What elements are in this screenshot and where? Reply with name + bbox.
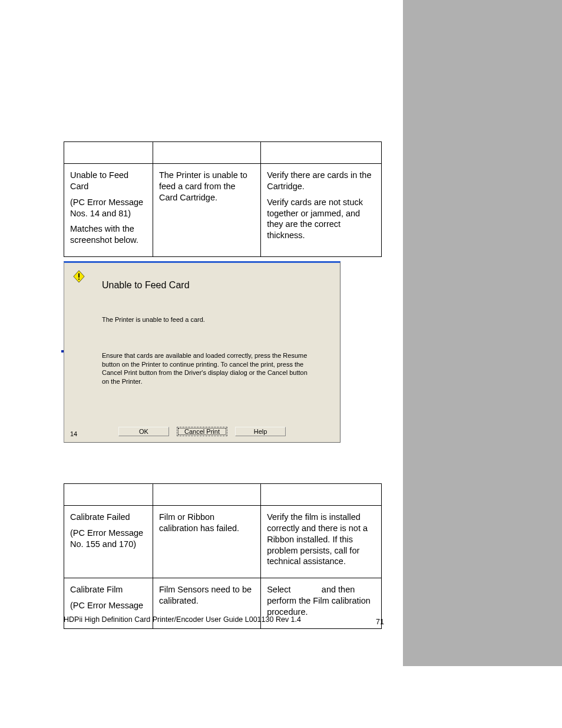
table-cell: Verify there are cards in the Cartridge.… <box>261 164 382 257</box>
table-1-container: Unable to Feed Card (PC Error Message No… <box>64 141 382 257</box>
cell-text: Calibrate Failed <box>70 512 147 523</box>
dialog-button-row: OK Cancel Print Help <box>64 427 340 436</box>
table-header-cell <box>64 142 153 164</box>
table-cell: Verify the film is installed correctly a… <box>261 506 382 578</box>
cell-text: Film Sensors need to be calibrated. <box>159 584 254 607</box>
error-table-1: Unable to Feed Card (PC Error Message No… <box>64 141 382 257</box>
dialog-message-1: The Printer is unable to feed a card. <box>102 316 205 323</box>
page-number: 71 <box>376 618 384 626</box>
cell-text: (PC Error Message No. 155 and 170) <box>70 528 147 550</box>
svg-rect-1 <box>78 274 80 278</box>
cell-text: Verify the film is installed correctly a… <box>267 512 375 567</box>
cell-text: Verify cards are not stuck together or j… <box>267 197 375 241</box>
footer-text: HDPii High Definition Card Printer/Encod… <box>64 615 301 624</box>
ok-button[interactable]: OK <box>118 427 169 436</box>
cell-fragment: Select <box>267 585 293 594</box>
table-2-container: Calibrate Failed (PC Error Message No. 1… <box>64 483 382 629</box>
error-dialog: Unable to Feed Card The Printer is unabl… <box>64 261 340 443</box>
sidebar-gray <box>403 0 562 666</box>
cell-text: The Printer is unable to feed a card fro… <box>159 170 254 203</box>
cell-text: Verify there are cards in the Cartridge. <box>267 170 375 192</box>
cell-text: (PC Error Message <box>70 600 147 611</box>
cancel-print-button[interactable]: Cancel Print <box>177 427 227 436</box>
error-table-2: Calibrate Failed (PC Error Message No. 1… <box>64 483 382 629</box>
table-cell: The Printer is unable to feed a card fro… <box>153 164 260 257</box>
table-cell: Calibrate Failed (PC Error Message No. 1… <box>64 506 153 578</box>
warning-icon <box>72 270 85 283</box>
cell-text: Matches with the screenshot below. <box>70 223 147 246</box>
table-header-row <box>64 142 382 164</box>
help-button[interactable]: Help <box>235 427 286 436</box>
table-header-cell <box>64 484 153 506</box>
table-header-cell <box>153 142 260 164</box>
table-header-cell <box>261 142 382 164</box>
cell-text: Film or Ribbon calibration has failed. <box>159 512 254 534</box>
dialog-title: Unable to Feed Card <box>102 280 190 291</box>
cell-text: Unable to Feed Card <box>70 170 147 192</box>
table-cell: Film or Ribbon calibration has failed. <box>153 506 260 578</box>
table-header-cell <box>261 484 382 506</box>
svg-rect-2 <box>78 279 80 280</box>
table-cell: Unable to Feed Card (PC Error Message No… <box>64 164 153 257</box>
cell-text: Calibrate Film <box>70 584 147 595</box>
table-row: Unable to Feed Card (PC Error Message No… <box>64 164 382 257</box>
cell-text: (PC Error Message Nos. 14 and 81) <box>70 197 147 219</box>
cell-text: Select and then perform the Film calibra… <box>267 584 375 618</box>
table-header-cell <box>153 484 260 506</box>
table-row: Calibrate Failed (PC Error Message No. 1… <box>64 506 382 578</box>
dialog-message-2: Ensure that cards are available and load… <box>102 351 314 386</box>
table-header-row <box>64 484 382 506</box>
